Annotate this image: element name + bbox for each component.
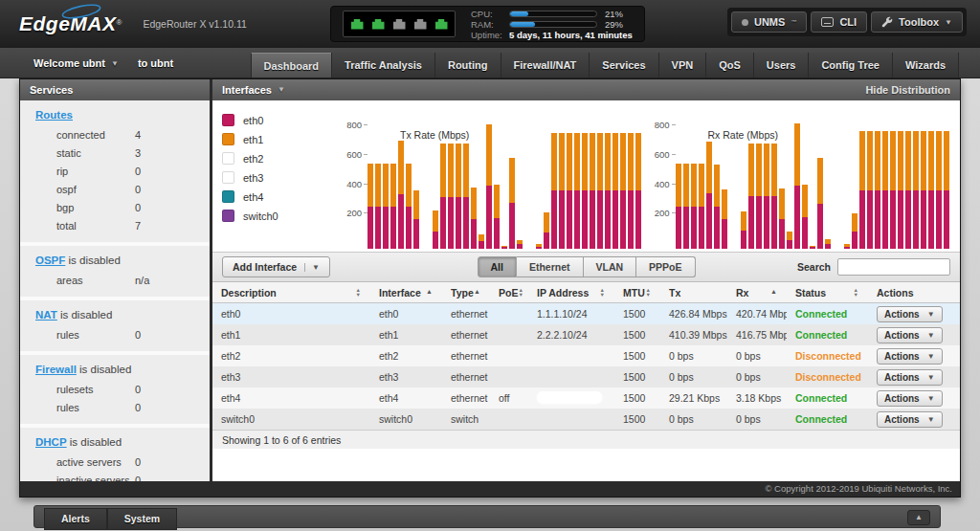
- bar-segment-eth0: [448, 197, 454, 249]
- tab-config-tree[interactable]: Config Tree: [808, 53, 892, 77]
- column-header-poe[interactable]: PoE▲▼: [490, 282, 528, 302]
- tab-routing[interactable]: Routing: [434, 53, 501, 77]
- pagination-info: Showing 1 to 6 of 6 entries: [212, 430, 960, 449]
- column-header-tx: Tx: [660, 282, 727, 302]
- bar-segment-eth0: [722, 219, 727, 249]
- cell-actions: Actions▼: [868, 306, 960, 322]
- stat-value: 0: [135, 202, 141, 213]
- column-label: Description: [221, 287, 277, 299]
- actions-label: Actions: [884, 309, 920, 320]
- copyright-notice: © Copyright 2012-2019 Ubiquiti Networks,…: [20, 481, 960, 497]
- column-header-status[interactable]: Status▲▼: [787, 282, 868, 302]
- sidebar-link-nat[interactable]: NAT: [35, 309, 57, 321]
- cell-status: Connected: [787, 392, 868, 404]
- stacked-bar: [691, 164, 697, 249]
- tab-services[interactable]: Services: [589, 53, 657, 77]
- interfaces-dropdown[interactable]: Interfaces ▼: [222, 79, 285, 100]
- stacked-bar: [398, 141, 404, 249]
- column-header-mtu[interactable]: MTU▲▼: [614, 282, 660, 302]
- actions-button-eth1[interactable]: Actions▼: [877, 327, 943, 343]
- sidebar-link-routes[interactable]: Routes: [35, 109, 73, 121]
- sidebar-stat-row: rulesets0: [20, 380, 210, 398]
- bar-segment-eth0: [456, 197, 461, 249]
- sidebar-link-dhcp[interactable]: DHCP: [35, 436, 67, 448]
- bar-segment-eth1: [551, 133, 557, 190]
- bar-segment-eth1: [771, 144, 777, 196]
- chevron-down-icon: ▼: [278, 79, 285, 100]
- actions-button-eth0[interactable]: Actions▼: [877, 306, 943, 322]
- search-input[interactable]: [837, 258, 950, 276]
- tab-traffic-analysis[interactable]: Traffic Analysis: [331, 53, 434, 77]
- hide-distribution-link[interactable]: Hide Distribution: [865, 79, 950, 100]
- chart-y-axis: 800600400200: [647, 110, 676, 250]
- cell-mtu: 1500: [614, 350, 660, 362]
- bar-segment-eth1: [590, 133, 595, 190]
- stacked-bar: [867, 131, 873, 249]
- chevron-down-icon: ▼: [945, 18, 952, 27]
- sidebar-link-ospf[interactable]: OSPF: [35, 254, 65, 266]
- chevron-down-icon[interactable]: ▼: [111, 59, 119, 68]
- cell-type: ethernet: [442, 350, 490, 362]
- welcome-dropdown[interactable]: Welcome ubnt: [33, 57, 105, 69]
- filter-ethernet[interactable]: Ethernet: [517, 256, 584, 277]
- column-label: Interface: [379, 287, 421, 299]
- bar-segment-eth1: [375, 164, 381, 206]
- column-header-type[interactable]: Type▲: [442, 282, 490, 302]
- bar-segment-eth1: [882, 131, 888, 189]
- cli-button[interactable]: CLI: [811, 11, 867, 33]
- bar-segment-eth0: [756, 196, 762, 249]
- tab-qos[interactable]: QoS: [705, 53, 753, 77]
- sort-icon: ▲▼: [356, 288, 361, 297]
- filter-all[interactable]: All: [477, 256, 516, 277]
- ram-label: RAM:: [471, 19, 509, 30]
- bar-segment-eth1: [714, 165, 720, 207]
- column-header-interface[interactable]: Interface▲: [370, 282, 442, 302]
- tx-rate-chart: 800600400200Tx Rate (Mbps): [339, 110, 647, 250]
- tab-dashboard[interactable]: Dashboard: [251, 53, 331, 77]
- bar-segment-eth1: [699, 164, 704, 207]
- legend-item-eth3: eth3: [222, 171, 339, 184]
- actions-button-eth2[interactable]: Actions▼: [877, 348, 943, 365]
- bottom-tabs: AlertsSystem: [34, 506, 177, 530]
- interfaces-table: eth0eth0ethernet1.1.1.10/241500426.84 Mb…: [212, 303, 960, 430]
- stat-value: n/a: [135, 275, 149, 286]
- filter-pppoe[interactable]: PPPoE: [636, 256, 695, 277]
- redacted-ip: [537, 391, 602, 404]
- actions-button-eth4[interactable]: Actions▼: [877, 390, 943, 407]
- bar-segment-eth1: [683, 164, 689, 207]
- actions-button-switch0[interactable]: Actions▼: [877, 411, 943, 428]
- tab-users[interactable]: Users: [753, 53, 809, 77]
- tab-vpn[interactable]: VPN: [658, 53, 706, 77]
- sidebar-stat-row: rules0: [20, 398, 210, 416]
- cell-mtu: 1500: [614, 392, 660, 404]
- bar-segment-eth0: [779, 219, 785, 249]
- tab-firewall-nat[interactable]: Firewall/NAT: [501, 53, 590, 77]
- bar-segment-eth0: [620, 190, 626, 249]
- toolbox-button[interactable]: Toolbox ▼: [871, 11, 963, 33]
- add-interface-button[interactable]: Add Interface ▼: [222, 256, 330, 277]
- top-bar: EdgeMAX® EdgeRouter X v1.10.11 CPU: 21% …: [0, 0, 980, 48]
- column-header-description[interactable]: Description▲▼: [212, 282, 370, 302]
- bar-segment-eth1: [913, 131, 919, 189]
- dock-tab-alerts[interactable]: Alerts: [44, 508, 107, 530]
- bar-segment-eth1: [509, 158, 515, 204]
- bar-segment-eth1: [582, 133, 588, 190]
- cell-tx: 29.21 Kbps: [660, 392, 727, 404]
- dock-tab-system[interactable]: System: [107, 508, 177, 530]
- unms-button[interactable]: UNMS™: [731, 11, 807, 33]
- tab-wizards[interactable]: Wizards: [892, 53, 959, 77]
- bar-segment-eth0: [612, 190, 618, 249]
- column-header-ip-address[interactable]: IP Address▲▼: [528, 282, 614, 302]
- collapse-dock-button[interactable]: ▲: [907, 510, 930, 525]
- stacked-bar: [494, 185, 500, 249]
- y-tick-mark: [364, 212, 368, 213]
- column-header-rx[interactable]: Rx▲: [727, 282, 787, 302]
- actions-button-eth3[interactable]: Actions▼: [877, 369, 943, 386]
- legend-label: eth3: [243, 172, 263, 184]
- sidebar-stat-row: rip0: [20, 162, 210, 180]
- bar-segment-eth0: [501, 247, 507, 249]
- filter-vlan[interactable]: VLAN: [583, 256, 636, 277]
- sidebar-link-firewall[interactable]: Firewall: [35, 364, 77, 375]
- table-row-eth4: eth4eth4ethernetoff150029.21 Kbps3.18 Kb…: [212, 387, 960, 409]
- legend-swatch: [222, 152, 234, 165]
